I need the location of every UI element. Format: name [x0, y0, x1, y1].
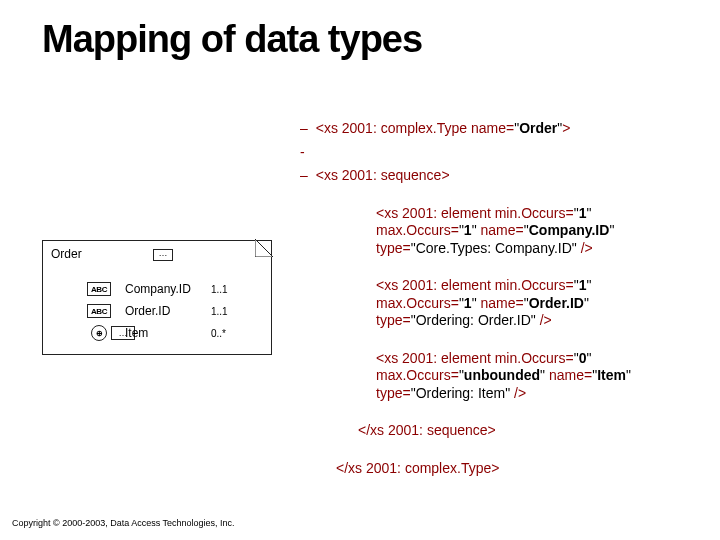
copyright: Copyright © 2000-2003, Data Access Techn…: [12, 518, 235, 528]
row-name: Company.ID: [125, 282, 191, 296]
complex-type-close: </xs 2001: complex.Type>: [336, 460, 700, 478]
element-companyid: <xs 2001: element min.Occurs="1" max.Occ…: [376, 205, 700, 258]
row-name: Item: [125, 326, 148, 340]
toggle-icon: –: [300, 120, 308, 136]
xml-code: – <xs 2001: complex.Type name="Order"> -…: [300, 120, 700, 483]
abc-icon: ABC: [87, 304, 111, 318]
uml-diagram: Order … ABC Company.ID 1..1 ABC Order.ID…: [42, 240, 272, 355]
slide-title: Mapping of data types: [42, 18, 422, 61]
page-corner-icon: [255, 239, 273, 257]
sequence-open: – <xs 2001: sequence>: [300, 167, 700, 185]
blank-row: -: [300, 144, 700, 162]
complex-type-open: – <xs 2001: complex.Type name="Order">: [300, 120, 700, 138]
order-box: Order … ABC Company.ID 1..1 ABC Order.ID…: [42, 240, 272, 355]
ellipsis-icon: …: [153, 249, 173, 261]
element-item: <xs 2001: element min.Occurs="0" max.Occ…: [376, 350, 700, 403]
row-orderid: ABC Order.ID 1..1: [51, 301, 263, 321]
row-companyid: ABC Company.ID 1..1: [51, 279, 263, 299]
abc-icon: ABC: [87, 282, 111, 296]
row-card: 0..*: [211, 328, 226, 339]
order-label: Order: [51, 247, 82, 261]
row-card: 1..1: [211, 284, 228, 295]
row-name: Order.ID: [125, 304, 170, 318]
element-orderid: <xs 2001: element min.Occurs="1" max.Occ…: [376, 277, 700, 330]
sequence-close: </xs 2001: sequence>: [358, 422, 700, 440]
plus-icon: ⊕: [91, 325, 107, 341]
row-item: ⊕ … Item 0..*: [51, 323, 263, 343]
row-card: 1..1: [211, 306, 228, 317]
